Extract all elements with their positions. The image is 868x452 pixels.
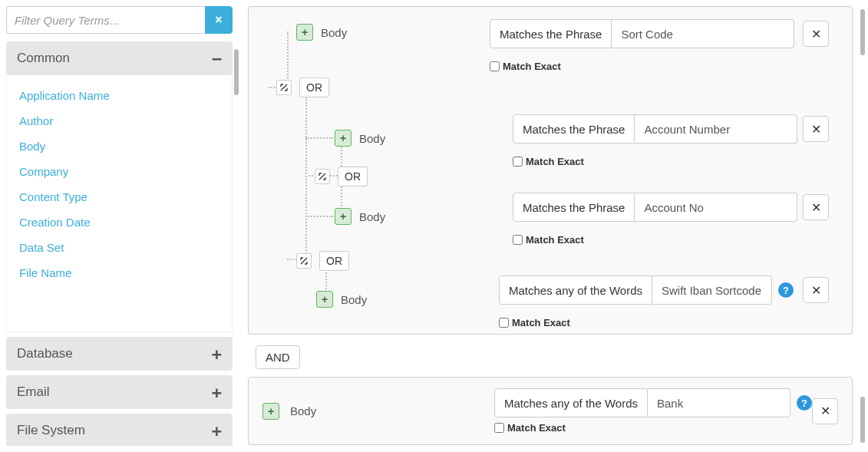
add-condition-button[interactable]: + <box>262 403 279 420</box>
close-icon: ✕ <box>811 27 821 41</box>
plus-icon: + <box>212 427 222 435</box>
accordion-header-email[interactable]: Email + <box>6 375 233 409</box>
match-operator-select[interactable]: Matches the Phrase <box>490 19 612 48</box>
panel-scrollbar-thumb[interactable] <box>860 9 865 55</box>
term-file-name[interactable]: File Name <box>15 260 224 285</box>
condition-value-input[interactable] <box>648 388 790 417</box>
condition-value-input[interactable] <box>652 275 772 305</box>
close-icon: ✕ <box>811 283 821 298</box>
add-condition-button[interactable]: + <box>316 291 333 308</box>
plus-icon: + <box>212 388 222 397</box>
or-operator-button[interactable]: OR <box>319 251 349 271</box>
help-icon[interactable]: ? <box>778 282 794 298</box>
accordion-header-filesystem[interactable]: File System + <box>6 414 233 446</box>
field-body-label: Body <box>359 132 385 145</box>
or-operator-button[interactable]: OR <box>338 167 368 186</box>
remove-condition-button[interactable]: ✕ <box>803 277 829 303</box>
close-icon: ✕ <box>811 200 821 215</box>
match-operator-select[interactable]: Matches the Phrase <box>513 114 635 144</box>
match-operator-select[interactable]: Matches any of the Words <box>499 275 652 305</box>
match-exact-checkbox-label[interactable]: Match Exact <box>513 156 584 167</box>
accordion-label: Email <box>17 384 50 400</box>
term-company[interactable]: Company <box>15 159 224 184</box>
term-application-name[interactable]: Application Name <box>15 83 224 108</box>
help-icon[interactable]: ? <box>797 395 812 411</box>
add-condition-button[interactable]: + <box>296 24 313 41</box>
query-group-panel: + Body Matches the Phrase ✕ <box>248 6 853 335</box>
expand-arrows-icon <box>280 84 288 91</box>
field-body-label: Body <box>290 404 316 417</box>
clear-filter-button[interactable]: × <box>205 6 233 34</box>
term-data-set[interactable]: Data Set <box>15 235 224 260</box>
collapse-toggle-button[interactable] <box>276 80 292 95</box>
match-exact-checkbox[interactable] <box>513 157 523 167</box>
condition-value-input[interactable] <box>612 19 794 48</box>
accordion-label: File System <box>17 423 85 438</box>
accordion-label: Common <box>17 51 70 66</box>
expand-arrows-icon <box>318 173 326 180</box>
field-body-label: Body <box>341 293 367 306</box>
term-body[interactable]: Body <box>15 134 224 159</box>
term-creation-date[interactable]: Creation Date <box>15 210 224 235</box>
match-exact-checkbox[interactable] <box>499 318 509 328</box>
close-icon: ✕ <box>811 122 821 137</box>
match-exact-checkbox-label[interactable]: Match Exact <box>513 234 584 246</box>
match-exact-checkbox-label[interactable]: Match Exact <box>490 61 561 72</box>
close-icon: ✕ <box>820 404 830 418</box>
accordion-label: Database <box>17 346 73 361</box>
panel-scrollbar-thumb[interactable] <box>860 397 865 443</box>
accordion-header-database[interactable]: Database + <box>6 337 233 371</box>
filter-query-terms-input[interactable] <box>6 6 205 34</box>
remove-condition-button[interactable]: ✕ <box>803 194 829 220</box>
match-operator-select[interactable]: Matches any of the Words <box>494 388 648 417</box>
collapse-toggle-button[interactable] <box>315 169 330 184</box>
remove-condition-button[interactable]: ✕ <box>803 21 829 47</box>
and-operator-button[interactable]: AND <box>256 345 300 369</box>
remove-condition-button[interactable]: ✕ <box>803 116 829 142</box>
collapse-toggle-button[interactable] <box>296 253 312 269</box>
condition-value-input[interactable] <box>635 193 797 222</box>
add-condition-button[interactable]: + <box>335 208 351 225</box>
term-content-type[interactable]: Content Type <box>15 184 224 210</box>
query-group-panel: + Body Matches any of the Words ? Matc <box>248 377 853 445</box>
term-author[interactable]: Author <box>15 108 224 134</box>
add-condition-button[interactable]: + <box>335 130 351 147</box>
accordion-body-common: Application Name Author Body Company Con… <box>6 75 233 332</box>
match-exact-checkbox[interactable] <box>513 235 523 245</box>
remove-condition-button[interactable]: ✕ <box>812 398 838 424</box>
or-operator-button[interactable]: OR <box>299 78 329 97</box>
match-exact-checkbox-label[interactable]: Match Exact <box>499 317 570 328</box>
minus-icon: − <box>212 54 222 63</box>
condition-value-input[interactable] <box>635 114 797 144</box>
close-icon: × <box>215 13 222 27</box>
match-operator-select[interactable]: Matches the Phrase <box>513 193 635 222</box>
match-exact-checkbox-label[interactable]: Match Exact <box>494 422 566 434</box>
expand-arrows-icon <box>300 257 308 265</box>
match-exact-checkbox[interactable] <box>494 423 504 433</box>
field-body-label: Body <box>359 210 385 223</box>
plus-icon: + <box>212 350 222 358</box>
accordion-header-common[interactable]: Common − <box>6 41 233 75</box>
match-exact-checkbox[interactable] <box>490 61 500 71</box>
field-body-label: Body <box>321 26 347 39</box>
